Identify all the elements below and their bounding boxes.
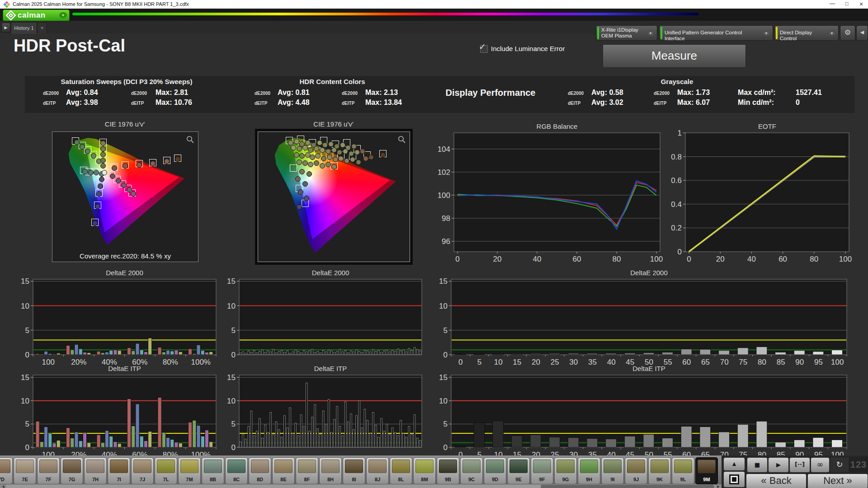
svg-text:98: 98 bbox=[442, 214, 450, 223]
swatch-scrollbar[interactable]: ◀ ▶ bbox=[0, 484, 722, 488]
calman-menu-button[interactable]: calman ▼ bbox=[3, 9, 70, 21]
display-dropdown-label: Direct Display Control bbox=[780, 30, 826, 42]
de2000-grayscale-chart[interactable]: DeltaE 200005101505101520253035404550556… bbox=[429, 267, 851, 368]
pattern-series-button[interactable]: [··] bbox=[789, 457, 810, 473]
next-label: Next bbox=[823, 475, 844, 486]
swatch-9H[interactable]: 9H bbox=[578, 457, 600, 484]
swatch-9M[interactable]: 9M bbox=[695, 457, 718, 484]
metric-label: dEITP bbox=[131, 101, 144, 106]
swatch-8E[interactable]: 8E bbox=[272, 457, 295, 484]
swatch-page-up-button[interactable]: ▲ bbox=[723, 457, 745, 471]
svg-text:15: 15 bbox=[439, 277, 448, 286]
back-button[interactable]: « Back bbox=[746, 474, 807, 488]
window-titlebar: Calman 2025 Calman Home for Samsung - SO… bbox=[0, 0, 868, 9]
swatch-9C[interactable]: 9C bbox=[460, 457, 483, 484]
de2000-content-chart[interactable]: DeltaE 2000051015 bbox=[217, 267, 426, 358]
maximize-icon[interactable]: □ bbox=[841, 0, 853, 8]
swatch-8M[interactable]: 8M bbox=[413, 457, 436, 484]
svg-text:0.4: 0.4 bbox=[671, 200, 682, 209]
include-luminance-error-label: Include Luminance Error bbox=[491, 45, 565, 52]
swatch-9F[interactable]: 9F bbox=[531, 457, 553, 484]
swatch-7E[interactable]: 7E bbox=[14, 457, 36, 484]
metric-label: dE2000 bbox=[255, 91, 270, 96]
pattern-generator-dropdown[interactable]: Unified Pattern Generator Control Interf… bbox=[659, 25, 773, 41]
swatch-7H[interactable]: 7H bbox=[84, 457, 107, 484]
measure-button[interactable]: Measure bbox=[603, 44, 746, 68]
cie-measure-dot bbox=[343, 149, 348, 154]
cie-measure-dot bbox=[82, 169, 88, 174]
swatch-9L[interactable]: 9L bbox=[672, 457, 694, 484]
add-tab-button[interactable]: + bbox=[37, 22, 47, 34]
cie-sweeps-chart[interactable]: Coverage rec.2020: 84.5 % xy bbox=[52, 131, 198, 262]
cie-content-chart[interactable] bbox=[258, 131, 410, 262]
metric-label: dEITP bbox=[255, 101, 267, 106]
svg-text:0: 0 bbox=[443, 443, 448, 452]
swatch-9J[interactable]: 9J bbox=[625, 457, 647, 484]
swatch-7L[interactable]: 7L bbox=[155, 457, 177, 484]
scroll-left-icon[interactable]: ◀ bbox=[0, 484, 6, 488]
meter-dropdown[interactable]: X-Rite i1Display OEM Plasma ▼ bbox=[596, 25, 657, 41]
swatch-7F[interactable]: 7F bbox=[37, 457, 60, 484]
svg-text:10: 10 bbox=[227, 302, 236, 310]
settings-button[interactable]: ⚙ bbox=[840, 25, 855, 41]
continuous-measure-button[interactable]: ∞ bbox=[811, 457, 830, 473]
swatch-7D[interactable]: 7D bbox=[0, 457, 13, 484]
eotf-chart[interactable]: EOTF00.20.40.60.81020406080100 bbox=[663, 121, 854, 265]
play-button[interactable]: ▶ bbox=[768, 457, 789, 473]
display-control-dropdown[interactable]: Direct Display Control ▼ bbox=[774, 25, 839, 41]
tab-scroll-icon[interactable]: ▶ bbox=[1, 23, 10, 33]
triangle-up-icon: ▲ bbox=[732, 461, 736, 467]
swatch-label: 9H bbox=[578, 477, 600, 482]
stat-value: Avg: 3.98 bbox=[66, 99, 98, 107]
rgb-balance-chart[interactable]: RGB Balance9698100102104020406080100 bbox=[431, 121, 665, 265]
swatch-9I[interactable]: 9I bbox=[601, 457, 624, 484]
next-button[interactable]: Next » bbox=[807, 474, 868, 488]
deitp-sweeps-chart[interactable]: DeltaE ITP05101510020%40%60%80%100% bbox=[10, 363, 221, 461]
spectrum-bar bbox=[72, 13, 698, 15]
app-window: Calman 2025 Calman Home for Samsung - SO… bbox=[0, 0, 868, 488]
cie-measure-dot bbox=[349, 151, 354, 156]
swatch-7I[interactable]: 7I bbox=[108, 457, 130, 484]
svg-text:5: 5 bbox=[231, 420, 236, 428]
swatch-color-chip bbox=[110, 460, 128, 473]
svg-text:40: 40 bbox=[533, 255, 542, 263]
svg-text:0.2: 0.2 bbox=[671, 224, 682, 232]
swatch-8I[interactable]: 8I bbox=[343, 457, 365, 484]
swatch-9G[interactable]: 9G bbox=[554, 457, 577, 484]
swatch-8L[interactable]: 8L bbox=[390, 457, 412, 484]
de2000-sweeps-chart[interactable]: DeltaE 200005101510020%40%60%80%100% bbox=[10, 267, 221, 368]
scrollbar-thumb[interactable] bbox=[541, 485, 714, 488]
refresh-button[interactable]: ↻ bbox=[830, 457, 849, 473]
magnifier-icon[interactable] bbox=[186, 136, 194, 144]
chevron-down-icon[interactable]: ▼ bbox=[59, 12, 67, 18]
swatch-7J[interactable]: 7J bbox=[131, 457, 154, 484]
pattern-swatch-strip: 7D7E7F7G7H7I7J7L7M8B8C8D8E8F8H8I8J8L8M9B… bbox=[0, 455, 722, 488]
stop-button[interactable]: ■ bbox=[747, 457, 768, 473]
swatch-9D[interactable]: 9D bbox=[484, 457, 506, 484]
pattern-window-button[interactable] bbox=[723, 471, 745, 488]
magnifier-icon[interactable] bbox=[398, 136, 406, 144]
infinity-icon: ∞ bbox=[817, 460, 824, 469]
swatch-7G[interactable]: 7G bbox=[61, 457, 83, 484]
cie-measure-dot bbox=[331, 164, 337, 169]
scroll-right-icon[interactable]: ▶ bbox=[715, 484, 722, 488]
swatch-9B[interactable]: 9B bbox=[437, 457, 459, 484]
swatch-8D[interactable]: 8D bbox=[249, 457, 271, 484]
swatch-8C[interactable]: 8C bbox=[225, 457, 248, 484]
coverage-readout: Coverage rec.2020: 84.5 % xy bbox=[52, 252, 198, 260]
swatch-8B[interactable]: 8B bbox=[202, 457, 224, 484]
swatch-8J[interactable]: 8J bbox=[366, 457, 389, 484]
swatch-9K[interactable]: 9K bbox=[648, 457, 671, 484]
svg-text:60: 60 bbox=[778, 255, 787, 263]
swatch-9E[interactable]: 9E bbox=[507, 457, 530, 484]
tab-history-1[interactable]: History 1 bbox=[11, 22, 37, 34]
collapse-panel-button[interactable]: ◀ bbox=[856, 25, 868, 41]
swatch-8F[interactable]: 8F bbox=[296, 457, 318, 484]
swatch-7M[interactable]: 7M bbox=[178, 457, 201, 484]
close-icon[interactable]: × bbox=[855, 0, 867, 8]
deitp-grayscale-chart[interactable]: DeltaE ITP051015051015202530354045505560… bbox=[429, 363, 851, 461]
deitp-content-chart[interactable]: DeltaE ITP051015 bbox=[217, 363, 426, 451]
stat-value: Avg: 0.81 bbox=[278, 89, 310, 97]
swatch-8H[interactable]: 8H bbox=[319, 457, 342, 484]
minimize-icon[interactable]: — bbox=[826, 0, 838, 8]
